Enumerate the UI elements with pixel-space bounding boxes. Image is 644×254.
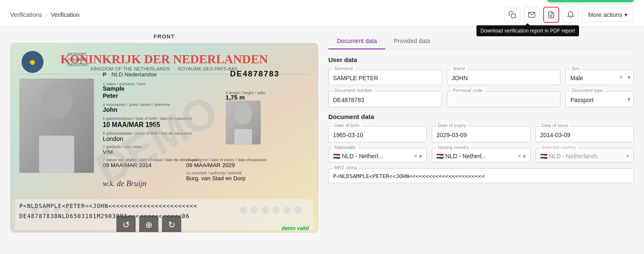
expiry-field-group: Date of expiry [432, 126, 530, 142]
sex-label: Sex [570, 66, 581, 71]
svg-point-18 [234, 103, 252, 124]
expiry-input[interactable] [432, 126, 530, 142]
breadcrumb-current: Verification [51, 11, 79, 18]
dob-input[interactable] [328, 126, 427, 142]
personal-code-input[interactable] [447, 91, 560, 107]
svg-text:P: P [103, 71, 106, 78]
document-label: FRONT [10, 33, 318, 40]
sex-field-group: Sex MaleFemale × ▾ [566, 69, 634, 85]
selected-country-label: Selected country [540, 145, 578, 150]
data-panel: Document data Provided data User data Su… [318, 33, 634, 248]
sex-select[interactable]: MaleFemale [566, 69, 634, 85]
selected-country-value: NLD - Netherlands [549, 153, 625, 159]
email-button[interactable] [524, 7, 540, 23]
document-data-title: Document data [328, 113, 634, 120]
document-number-input[interactable] [328, 91, 442, 107]
sex-select-wrapper: MaleFemale × ▾ [566, 69, 634, 85]
issuing-country-controls: × ▾ [517, 153, 525, 159]
issuing-country-clear-icon[interactable]: × [517, 153, 521, 159]
svg-text:⊕: ⊕ [145, 220, 153, 230]
svg-text:↻: ↻ [168, 220, 176, 230]
mrz-section: MRZ string [328, 168, 634, 183]
selected-country-controls: ▾ [626, 153, 629, 159]
surname-input[interactable] [328, 69, 442, 85]
svg-text:11 autoriteit / authority / au: 11 autoriteit / authority / autorité [186, 171, 241, 175]
tab-document-data[interactable]: Document data [328, 33, 385, 49]
toast-notification: ✓ Verification was approved. [547, 0, 634, 2]
tab-provided-data[interactable]: Provided data [385, 33, 438, 49]
issuing-country-label: Issuing country [436, 145, 471, 150]
svg-text:◉: ◉ [30, 59, 35, 65]
breadcrumb: Verifications › Verification [10, 11, 80, 18]
svg-text:KONINKRIJK DER NEDERLANDEN: KONINKRIJK DER NEDERLANDEN [60, 52, 268, 66]
selected-country-select[interactable]: 🇳🇱 NLD - Netherlands ▾ [536, 148, 634, 162]
svg-text:4 voornamen / given names / pr: 4 voornamen / given names / prénoms [103, 103, 170, 107]
issue-label: Date of issue [540, 123, 570, 128]
document-data-row-1: Date of birth Date of expiry Date of iss… [328, 126, 634, 142]
personal-code-label: Personal code [451, 88, 484, 93]
nationality-chevron-icon[interactable]: ▾ [419, 153, 422, 159]
sex-clear-icon[interactable]: × [620, 74, 623, 81]
nationality-field-group: Nationality 🇳🇱 NLD - Netherl... × ▾ [328, 148, 427, 162]
svg-text:KINGDOM OF THE NETHERLANDS    : KINGDOM OF THE NETHERLANDS ROYAUME DES P… [91, 66, 238, 71]
user-data-title: User data [328, 56, 634, 63]
svg-text:Peter: Peter [103, 92, 118, 99]
issue-input[interactable] [536, 126, 634, 142]
mrz-field-group: MRZ string [328, 168, 634, 183]
document-number-field-group: Document number [328, 91, 442, 107]
top-bar: Verifications › Verification ✓ Verificat… [0, 0, 644, 27]
selected-country-chevron-icon[interactable]: ▾ [626, 153, 629, 159]
svg-text:demo valid: demo valid [281, 225, 309, 231]
svg-text:Burg. van Stad en Dorp: Burg. van Stad en Dorp [186, 175, 246, 181]
issuing-country-field-group: Issuing country 🇳🇱 NLD - Netherl... × ▾ [432, 148, 530, 162]
issuing-country-flag: 🇳🇱 [436, 153, 444, 159]
document-type-select-wrapper: PassportID Card ▾ [566, 91, 634, 107]
dob-field-group: Date of birth [328, 126, 427, 142]
svg-text:DE4878783: DE4878783 [230, 69, 280, 78]
main-content: FRONT [0, 27, 644, 254]
copy-button[interactable] [504, 7, 520, 23]
svg-text:09 MAA/MAR 2029: 09 MAA/MAR 2029 [186, 162, 235, 168]
svg-text:John: John [103, 106, 117, 113]
top-actions: ✓ Verification was approved. Download ve… [504, 7, 634, 23]
nationality-clear-icon[interactable]: × [414, 153, 417, 159]
issuing-country-value: NLD - Netherl... [445, 153, 516, 159]
document-data-row-2: Nationality 🇳🇱 NLD - Netherl... × ▾ Issu… [328, 148, 634, 162]
expiry-label: Date of expiry [436, 123, 468, 128]
document-number-label: Document number [333, 88, 374, 93]
nationality-flag: 🇳🇱 [333, 153, 340, 159]
name-label: Name [451, 66, 467, 71]
selected-country-field-group: Selected country 🇳🇱 NLD - Netherlands ▾ [536, 148, 634, 162]
pdf-tooltip: Download verification report in PDF repo… [476, 25, 579, 36]
mrz-input[interactable] [328, 168, 634, 183]
document-type-label: Document type [570, 88, 604, 93]
document-type-select[interactable]: PassportID Card [566, 91, 634, 107]
svg-text:10 geldig tot / date of expiry: 10 geldig tot / date of expiry / date d'… [186, 158, 267, 162]
issuing-country-chevron-icon[interactable]: ▾ [523, 153, 526, 159]
breadcrumb-separator: › [45, 11, 47, 18]
nationality-value: NLD - Netherl... [342, 153, 412, 159]
issue-field-group: Date of issue [536, 126, 634, 142]
passport-image: ◉ PASPOORT PASSPORT PASSEPORT KONINKRIJK… [11, 43, 318, 232]
nationality-label: Nationality [333, 145, 357, 150]
pdf-button[interactable] [543, 7, 559, 23]
more-actions-button[interactable]: More actions ▾ [582, 8, 634, 22]
name-input[interactable] [447, 69, 560, 85]
notifications-button[interactable] [563, 7, 579, 23]
mrz-label: MRZ string [333, 165, 359, 170]
nationality-select[interactable]: 🇳🇱 NLD - Netherl... × ▾ [328, 148, 427, 162]
svg-rect-0 [511, 14, 516, 18]
svg-text:P<NLDSAMPLE<PETER<<JOHN<<<<<<<: P<NLDSAMPLE<PETER<<JOHN<<<<<<<<<<<<<<<<<… [19, 203, 198, 209]
issuing-country-select[interactable]: 🇳🇱 NLD - Netherl... × ▾ [432, 148, 530, 162]
svg-text:↺: ↺ [122, 220, 130, 230]
document-panel: FRONT [10, 33, 318, 248]
user-data-row-1: Surname Name Sex MaleFemale × ▾ [328, 69, 634, 85]
chevron-down-icon: ▾ [625, 11, 628, 18]
document-type-field-group: Document type PassportID Card ▾ [566, 91, 634, 107]
selected-country-flag: 🇳🇱 [540, 153, 547, 159]
svg-text:NLD Nederlandse: NLD Nederlandse [111, 71, 157, 78]
nationality-controls: × ▾ [414, 153, 422, 159]
breadcrumb-parent[interactable]: Verifications [10, 11, 42, 18]
user-data-row-2: Document number Personal code Document t… [328, 91, 634, 107]
dob-label: Date of birth [333, 123, 361, 128]
